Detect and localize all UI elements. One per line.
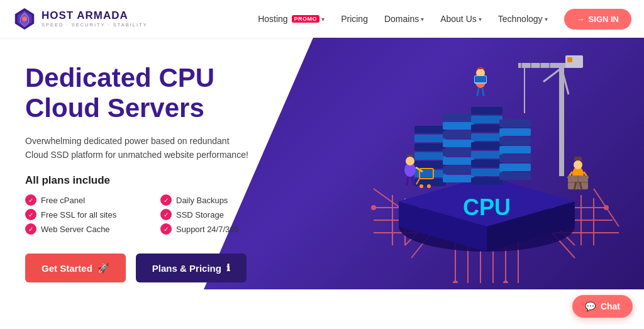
logo-icon — [13, 7, 36, 31]
feature-cpanel-text: Free cPanel — [41, 196, 85, 205]
svg-rect-61 — [499, 137, 531, 145]
svg-line-81 — [477, 88, 479, 96]
svg-rect-35 — [414, 126, 446, 133]
chat-button[interactable]: 💬 Chat — [572, 295, 633, 318]
feature-cpanel: ✓ Free cPanel — [25, 194, 148, 206]
nav-domains-label: Domains — [384, 14, 419, 24]
svg-rect-63 — [499, 155, 531, 162]
main-nav: Hosting PROMO ▾ Pricing Domains ▾ About … — [252, 9, 631, 30]
svg-rect-64 — [499, 164, 531, 171]
feature-backups-text: Daily Backups — [176, 196, 228, 205]
svg-point-27 — [604, 206, 608, 209]
svg-line-86 — [407, 177, 408, 186]
hero-description: Overwhelming dedicated power based on re… — [25, 134, 252, 162]
nav-about[interactable]: About Us ▾ — [434, 10, 488, 28]
svg-rect-39 — [414, 161, 446, 169]
svg-point-29 — [504, 281, 508, 283]
svg-rect-59 — [499, 120, 531, 127]
svg-rect-80 — [475, 76, 486, 82]
svg-rect-49 — [443, 175, 474, 182]
feature-backups: ✓ Daily Backups — [160, 194, 283, 206]
nav-technology[interactable]: Technology ▾ — [492, 10, 554, 28]
hosting-chevron-icon: ▾ — [321, 16, 325, 23]
svg-rect-67 — [518, 63, 569, 68]
svg-rect-54 — [471, 142, 502, 150]
signin-label: SIGN IN — [589, 14, 619, 24]
check-icon: ✓ — [160, 209, 172, 220]
get-started-button[interactable]: Get Started 🚀 — [25, 254, 126, 282]
svg-rect-58 — [471, 177, 502, 185]
header: HOST ARMADA SPEED · SECURITY · STABILITY… — [0, 0, 644, 38]
rocket-icon: 🚀 — [97, 262, 109, 274]
svg-rect-76 — [567, 57, 572, 62]
feature-support: ✓ Support 24/7/365 — [160, 223, 283, 235]
left-panel: Dedicated CPU Cloud Servers Overwhelming… — [0, 38, 302, 295]
svg-rect-42 — [443, 113, 474, 121]
svg-text:CPU: CPU — [463, 194, 511, 220]
chat-label: Chat — [601, 301, 620, 311]
promo-badge: PROMO — [292, 15, 320, 23]
svg-rect-48 — [443, 166, 474, 174]
chat-icon: 💬 — [585, 301, 596, 311]
svg-rect-55 — [471, 151, 502, 159]
svg-rect-53 — [471, 133, 502, 141]
signin-icon: → — [577, 14, 585, 24]
main-content: Dedicated CPU Cloud Servers Overwhelming… — [0, 38, 644, 329]
plans-pricing-label: Plans & Pricing — [152, 263, 221, 274]
svg-rect-51 — [471, 116, 502, 123]
logo-name: HOST ARMADA — [42, 10, 148, 22]
feature-support-text: Support 24/7/365 — [176, 225, 239, 234]
svg-point-26 — [372, 206, 375, 209]
nav-hosting-label: Hosting — [258, 14, 287, 24]
svg-line-69 — [543, 68, 562, 82]
info-icon: ℹ — [226, 262, 230, 274]
feature-ssl-text: Free SSL for all sites — [41, 210, 116, 220]
nav-technology-label: Technology — [498, 14, 543, 24]
nav-pricing-label: Pricing — [341, 14, 368, 24]
svg-rect-36 — [414, 135, 446, 142]
feature-ssd-text: SSD Storage — [176, 210, 224, 220]
svg-rect-38 — [414, 152, 446, 160]
nav-about-label: About Us — [440, 14, 477, 24]
logo-tagline: SPEED · SECURITY · STABILITY — [42, 22, 148, 28]
plans-pricing-button[interactable]: Plans & Pricing ℹ — [136, 254, 247, 282]
features-grid: ✓ Free cPanel ✓ Daily Backups ✓ Free SSL… — [25, 194, 283, 235]
svg-line-82 — [482, 88, 484, 96]
svg-rect-56 — [471, 160, 502, 167]
all-plans-label: All plans include — [25, 174, 283, 187]
svg-rect-62 — [499, 146, 531, 153]
svg-rect-52 — [471, 125, 502, 132]
domains-chevron-icon: ▾ — [421, 16, 424, 23]
svg-point-93 — [574, 160, 582, 169]
svg-rect-57 — [471, 169, 502, 176]
nav-hosting[interactable]: Hosting PROMO ▾ — [252, 10, 331, 28]
signin-button[interactable]: → SIGN IN — [564, 9, 631, 30]
nav-domains[interactable]: Domains ▾ — [378, 10, 430, 28]
get-started-label: Get Started — [42, 263, 92, 274]
svg-point-3 — [22, 16, 27, 21]
svg-rect-43 — [443, 122, 474, 130]
check-icon: ✓ — [25, 209, 36, 220]
feature-ssl: ✓ Free SSL for all sites — [25, 209, 148, 220]
check-icon: ✓ — [160, 194, 172, 206]
technology-chevron-icon: ▾ — [545, 16, 548, 23]
logo[interactable]: HOST ARMADA SPEED · SECURITY · STABILITY — [13, 7, 148, 31]
nav-pricing[interactable]: Pricing — [335, 10, 374, 28]
svg-point-84 — [406, 157, 414, 165]
right-panel: CPU — [302, 38, 644, 329]
hero-title-line2: Cloud Servers — [25, 93, 204, 123]
svg-rect-46 — [443, 148, 474, 156]
svg-rect-60 — [499, 128, 531, 136]
feature-ssd: ✓ SSD Storage — [160, 209, 283, 220]
check-icon: ✓ — [160, 223, 172, 235]
svg-rect-47 — [443, 157, 474, 165]
feature-cache-text: Web Server Cache — [41, 225, 110, 234]
about-chevron-icon: ▾ — [479, 16, 482, 23]
svg-point-91 — [427, 184, 431, 188]
check-icon: ✓ — [25, 223, 36, 235]
svg-rect-66 — [559, 63, 564, 176]
hero-title: Dedicated CPU Cloud Servers — [25, 63, 283, 124]
cpu-illustration: CPU — [342, 31, 631, 283]
logo-text: HOST ARMADA SPEED · SECURITY · STABILITY — [42, 10, 148, 28]
svg-point-28 — [453, 281, 457, 283]
